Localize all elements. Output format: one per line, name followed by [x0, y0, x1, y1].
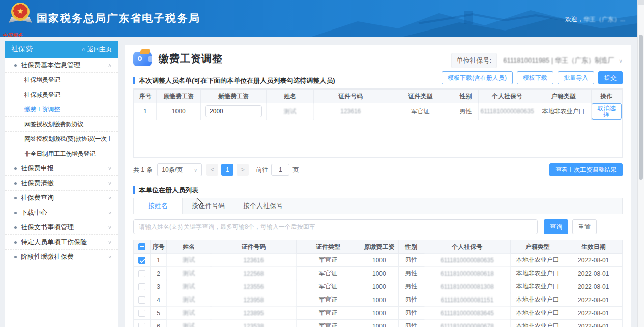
sidebar: 社保费 ⌂ 返回主页 社保费基本信息管理∧社保增员登记社保减员登记缴费工资调整网… [5, 41, 118, 327]
name-search-input[interactable] [133, 219, 538, 234]
cell-household: 本地非农业户口 [536, 103, 591, 120]
sidebar-item[interactable]: 社保费基本信息管理∧ [5, 58, 118, 73]
bullet-icon [14, 64, 17, 67]
sidebar-header: 社保费 ⌂ 返回主页 [5, 41, 118, 58]
chevron-down-icon: ∨ [108, 210, 112, 215]
cell-seq: 6 [150, 320, 167, 327]
bullet-icon [14, 167, 17, 170]
new-salary-input[interactable] [205, 105, 262, 117]
chevron-down-icon[interactable]: ∨ [619, 57, 623, 64]
column-header: 户籍类型 [510, 240, 565, 254]
roster-table: 序号姓名证件号码证件类型原缴费工资性别个人社保号户籍类型生效日期 1测试1236… [133, 240, 623, 327]
sidebar-item[interactable]: 网签授权划缴税(费)款协议(一次上门) [5, 132, 118, 146]
sidebar-item[interactable]: 社保费申报∨ [5, 161, 118, 176]
cell-name: 测试 [167, 267, 211, 280]
sidebar-item-label: 特定人员单项工伤保险 [21, 237, 105, 247]
goto-page-input[interactable] [271, 164, 289, 176]
sidebar-item[interactable]: 下载中心∨ [5, 205, 118, 220]
cell-id-number: 123616 [211, 254, 296, 267]
cell-id-type: 军官证 [297, 280, 360, 293]
sidebar-item[interactable]: 社保增员登记 [5, 73, 118, 87]
sidebar-item-label: 非全日制用工工伤增员登记 [24, 150, 112, 158]
goto-suffix: 页 [292, 166, 299, 174]
cell-seq: 1 [134, 103, 157, 120]
roster-row: 3测试123556军官证1000男性6111810000081308本地非农业户… [134, 280, 623, 293]
column-header: 户籍类型 [536, 90, 591, 103]
row-checkbox[interactable] [138, 296, 145, 304]
cell-old-salary: 1000 [360, 307, 398, 320]
scrollbar-thumb[interactable] [639, 35, 643, 180]
welcome-username[interactable]: 华王（广东）... [583, 16, 625, 23]
sidebar-item-label: 社保文书事项管理 [21, 223, 105, 232]
cell-ssn: 6111810000083645 [424, 307, 510, 320]
reset-button[interactable]: 重置 [572, 219, 597, 234]
submit-button[interactable]: 提交 [598, 71, 623, 84]
tab-by-personal-ssn[interactable]: 按个人社保号 [234, 198, 292, 214]
cell-effective-date: 2022-08-01 [565, 267, 622, 280]
sidebar-item[interactable]: 社保减员登记 [5, 87, 118, 102]
cell-name: 测试 [167, 307, 211, 320]
welcome-prefix: 欢迎， [565, 16, 583, 23]
cell-household: 本地非农业户口 [510, 267, 565, 280]
next-page-button[interactable]: > [237, 164, 249, 176]
cell-seq: 2 [150, 267, 167, 280]
sidebar-item[interactable]: 特定人员单项工伤保险∨ [5, 235, 118, 250]
column-header: 证件号码 [313, 90, 388, 103]
page-number-button[interactable]: 1 [221, 164, 233, 176]
sidebar-item[interactable]: 非全日制用工工伤增员登记 [5, 146, 118, 161]
cell-id-number: 123958 [211, 293, 296, 307]
back-home-link[interactable]: ⌂ 返回主页 [82, 45, 112, 54]
cancel-select-button[interactable]: 取消选择 [592, 103, 622, 120]
scrollbar-up-button[interactable] [638, 0, 644, 5]
sidebar-item-label: 网签授权划缴费款协议 [24, 120, 112, 129]
cell-id-type: 军官证 [297, 320, 360, 327]
cell-household: 本地非农业户口 [510, 254, 565, 267]
batch-import-button[interactable]: 批量导入 [558, 71, 594, 84]
tab-by-name[interactable]: 按姓名 [134, 198, 183, 214]
row-checkbox[interactable] [138, 323, 145, 327]
chevron-down-icon: ∨ [108, 240, 112, 245]
tab-by-id-number[interactable]: 按证件号码 [183, 198, 234, 214]
page-size-select[interactable]: 10条/页 ∨ [157, 163, 202, 176]
sidebar-item[interactable]: 社保文书事项管理∨ [5, 220, 118, 235]
cell-name: 测试 [167, 293, 211, 307]
logo-caption: 中国税务 [1, 32, 24, 37]
goto-label: 前往 [256, 166, 268, 174]
pagination: 共 1 条 10条/页 ∨ < 1 > 前往 页 查看上次工资调整结果 [133, 163, 623, 177]
cell-gender: 男性 [398, 293, 424, 307]
unit-ssn-label: 单位社保号: [451, 53, 497, 68]
row-checkbox[interactable] [138, 257, 145, 264]
chevron-down-icon: ∨ [194, 167, 197, 173]
sidebar-item[interactable]: 社保费清缴∨ [5, 176, 118, 191]
cell-old-salary: 1000 [360, 267, 398, 280]
sidebar-item-label: 缴费工资调整 [24, 105, 112, 114]
sidebar-item[interactable]: 网签授权划缴费款协议 [5, 117, 118, 132]
cell-old-salary: 1000 [360, 320, 398, 327]
sidebar-item[interactable]: 社保费查询∨ [5, 191, 118, 205]
sidebar-item-label: 社保费查询 [21, 193, 105, 202]
cell-household: 本地非农业户口 [510, 307, 565, 320]
sidebar-item[interactable]: 阶段性缓缴社保费∨ [5, 250, 118, 264]
view-last-adjust-result-button[interactable]: 查看上次工资调整结果 [549, 163, 623, 176]
roster-row: 6测试123538军官证1000男性6111810000080678本地非农业户… [134, 320, 623, 327]
sidebar-item-label: 社保费基本信息管理 [21, 61, 105, 70]
cell-name: 测试 [167, 280, 211, 293]
template-download-with-members-button[interactable]: 模板下载(含在册人员) [442, 71, 513, 84]
row-checkbox[interactable] [138, 270, 145, 277]
column-header: 个人社保号 [479, 90, 536, 103]
row-checkbox[interactable] [138, 283, 145, 290]
select-all-checkbox[interactable] [138, 243, 145, 250]
roster-row: 1测试123616军官证1000男性6111810000080635本地非农业户… [134, 254, 623, 267]
template-download-button[interactable]: 模板下载 [517, 71, 553, 84]
page-scrollbar[interactable] [637, 0, 644, 327]
bullet-icon [14, 241, 17, 244]
chevron-down-icon: ∨ [108, 195, 112, 200]
prev-page-button[interactable]: < [206, 164, 218, 176]
sidebar-item-active[interactable]: 缴费工资调整 [5, 102, 118, 117]
row-checkbox[interactable] [138, 310, 145, 317]
cell-id-type: 军官证 [297, 293, 360, 307]
unit-ssn-value[interactable]: 6111810011985 | 华王（广东）制造厂 [503, 56, 614, 65]
cell-seq: 3 [150, 280, 167, 293]
roster-row: 5测试123895军官证1000男性6111810000083645本地非农业户… [134, 307, 623, 320]
search-button[interactable]: 查询 [544, 219, 568, 234]
